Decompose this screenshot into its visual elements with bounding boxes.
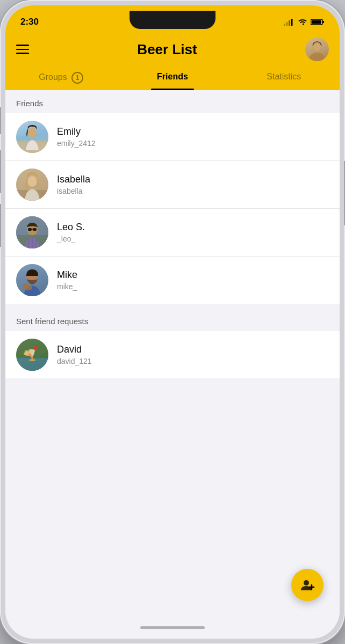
svg-point-15 (28, 128, 37, 137)
mute-button[interactable] (0, 107, 1, 134)
avatar (16, 264, 48, 296)
phone-screen: 2:30 (5, 5, 340, 639)
mike-avatar-icon (16, 264, 48, 296)
user-avatar-icon (305, 38, 329, 61)
add-friend-button[interactable] (291, 569, 324, 601)
wifi-icon (298, 18, 307, 26)
tab-friends[interactable]: Friends (117, 68, 228, 90)
requests-section-header: Sent friend requests (5, 308, 340, 331)
person-username: _leo_ (57, 235, 85, 243)
person-name: Emily (57, 126, 96, 137)
svg-point-39 (33, 346, 38, 350)
menu-button[interactable] (16, 45, 29, 54)
notch (130, 11, 215, 29)
list-item[interactable]: Isabella isabella (5, 161, 340, 209)
svg-point-38 (29, 359, 35, 361)
requests-section-title: Sent friend requests (16, 317, 88, 326)
signal-icon (284, 18, 294, 26)
list-item[interactable]: Emily emily_2412 (5, 113, 340, 161)
tab-friends-label: Friends (157, 72, 188, 81)
status-time: 2:30 (20, 17, 39, 27)
svg-rect-0 (284, 24, 285, 26)
isabella-avatar-icon (16, 169, 48, 201)
person-username: mike_ (57, 282, 77, 291)
phone-frame: 2:30 (0, 0, 345, 644)
avatar (16, 169, 48, 201)
svg-rect-2 (289, 20, 290, 26)
avatar (16, 216, 48, 248)
status-icons (284, 18, 325, 26)
svg-rect-3 (291, 19, 293, 26)
tab-groups[interactable]: Groups 1 (5, 68, 117, 90)
svg-point-19 (27, 176, 37, 187)
svg-rect-5 (323, 21, 325, 23)
person-info: Leo S. _leo_ (57, 222, 85, 243)
avatar (16, 121, 48, 153)
person-name: Isabella (57, 174, 90, 185)
svg-point-43 (304, 580, 309, 586)
david-avatar-icon (16, 339, 48, 371)
person-info: Emily emily_2412 (57, 126, 96, 148)
svg-point-33 (23, 283, 28, 288)
add-friend-icon (300, 577, 315, 592)
list-item[interactable]: Mike mike_ (5, 257, 340, 304)
svg-rect-6 (312, 20, 321, 24)
tab-statistics-label: Statistics (267, 72, 301, 81)
friends-section-header: Friends (5, 90, 340, 113)
tab-groups-badge: 1 (71, 72, 83, 84)
person-info: David david_121 (57, 344, 92, 365)
svg-point-9 (310, 53, 325, 61)
friends-list: Emily emily_2412 (5, 113, 340, 304)
person-info: Mike mike_ (57, 269, 77, 291)
leo-avatar-icon (16, 216, 48, 248)
app-title: Beer List (137, 41, 197, 58)
person-name: Mike (57, 269, 77, 281)
friends-section-title: Friends (16, 99, 43, 108)
tab-statistics[interactable]: Statistics (228, 68, 340, 90)
tab-groups-label: Groups (39, 72, 67, 82)
tab-bar: Groups 1 Friends Statistics (5, 61, 340, 90)
svg-rect-1 (286, 22, 288, 26)
requests-list: David david_121 (5, 331, 340, 378)
person-username: isabella (57, 187, 90, 195)
svg-rect-27 (33, 228, 37, 231)
list-item[interactable]: Leo S. _leo_ (5, 209, 340, 257)
avatar (16, 339, 48, 371)
hamburger-line-3 (16, 53, 29, 54)
user-avatar[interactable] (305, 38, 329, 61)
svg-rect-26 (28, 228, 32, 231)
person-username: david_121 (57, 357, 92, 365)
hamburger-line-2 (16, 49, 29, 50)
person-name: Leo S. (57, 222, 85, 233)
content-area: Friends (5, 90, 340, 621)
hamburger-line-1 (16, 45, 29, 46)
emily-avatar-icon (16, 121, 48, 153)
app-header: Beer List (5, 32, 340, 61)
person-info: Isabella isabella (57, 174, 90, 195)
person-username: emily_2412 (57, 139, 96, 148)
list-item[interactable]: David david_121 (5, 331, 340, 378)
volume-up-button[interactable] (0, 150, 1, 193)
battery-icon (311, 18, 325, 26)
svg-point-10 (313, 42, 321, 50)
volume-down-button[interactable] (0, 204, 1, 247)
person-name: David (57, 344, 92, 355)
home-indicator (140, 626, 205, 629)
